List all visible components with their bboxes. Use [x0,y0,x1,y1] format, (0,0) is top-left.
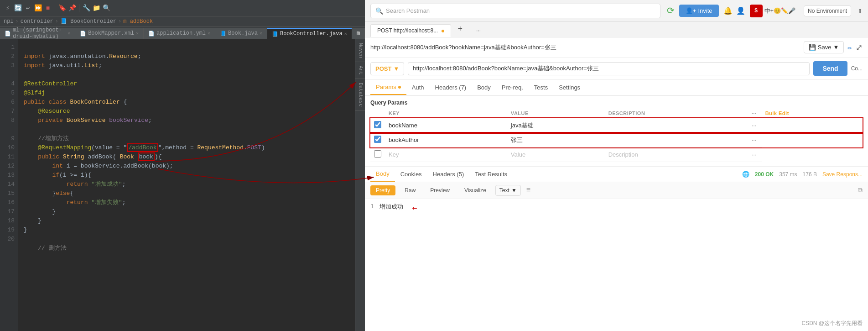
tab-bookmapper[interactable]: 📄 BookMapper.xml ✕ [75,28,144,39]
response-status: 🌐 200 OK 357 ms 176 B Save Respons... [742,171,863,178]
save-button[interactable]: 💾 Save ▼ [804,41,844,53]
value-header: VALUE [507,109,605,118]
maven-tab[interactable]: Maven [355,39,365,62]
bulk-edit-header[interactable]: Bulk Edit [762,109,863,118]
format-pretty[interactable]: Pretty [370,185,395,195]
row1-checkbox[interactable] [374,121,381,128]
nav-params[interactable]: Params [370,80,406,95]
nav-tests[interactable]: Tests [529,80,553,95]
description-header: DESCRIPTION [605,109,748,118]
back-icon[interactable]: ↩ [24,4,32,12]
table-row: bookAuthor 张三 ··· [370,133,863,147]
globe-icon: 🌐 [742,171,749,178]
format-preview[interactable]: Preview [425,185,455,195]
request-tabs: POST http://localhost:8... + ··· [365,22,868,37]
row2-more[interactable]: ··· [748,133,762,147]
format-options-icon[interactable]: ≡ [526,186,531,194]
unsaved-indicator [442,30,444,32]
method-selector[interactable]: POST ▼ [370,62,404,75]
row3-checkbox[interactable] [374,150,381,158]
params-dot [398,86,401,89]
response-navigation: Body Cookies Headers (5) Test Results 🌐 … [365,167,868,182]
build-icon[interactable]: ⚡ [4,4,12,12]
row3-desc: Description [605,147,748,162]
database-tab[interactable]: Database [355,79,365,111]
save-response-button[interactable]: Save Respons... [822,171,863,178]
nav-prereq[interactable]: Pre-req. [496,80,529,95]
format-raw[interactable]: Raw [399,185,421,195]
tab-m[interactable]: m [352,28,365,39]
response-section: Body Cookies Headers (5) Test Results 🌐 … [365,166,868,331]
tab-book[interactable]: 📘 Book.java ✕ [215,28,267,39]
row2-key[interactable]: bookAuthor [385,133,507,147]
forward-dropdown-icon[interactable]: ⏩ [34,4,42,12]
row3-key[interactable]: Key [385,147,507,162]
row1-key[interactable]: bookName [385,118,507,133]
format-type-selector[interactable]: Text ▼ [495,185,521,196]
params-table: KEY VALUE DESCRIPTION ··· Bulk Edit book… [370,109,863,162]
folder-icon[interactable]: 📁 [92,4,100,12]
resp-nav-body[interactable]: Body [370,167,395,182]
up-icon[interactable]: ⬆ [858,6,863,16]
add-tab-button[interactable]: + [451,21,470,37]
breadcrumb-controller: controller [21,18,53,25]
row3-value[interactable]: Value [507,147,605,162]
line-number-1: 1 [370,203,374,327]
nav-auth[interactable]: Auth [406,80,430,95]
status-time: 357 ms [779,171,797,178]
ide-toolbar: ⚡ 🔄 ↩ ⏩ ■ 🔖 📌 🔧 📁 🔍 [0,0,365,16]
more-tabs-button[interactable]: ··· [469,24,488,37]
request-tab-post[interactable]: POST http://localhost:8... [370,24,451,37]
breadcrumb: npl › controller › 📘 BookController › m … [0,16,365,26]
table-row: bookName java基础 ··· [370,118,863,133]
person-icon[interactable]: 👤 [736,6,745,16]
url-input[interactable] [408,62,810,75]
more-header: ··· [748,109,762,118]
stop-icon[interactable]: ■ [44,4,52,12]
nav-settings[interactable]: Settings [553,80,586,95]
send-button[interactable]: Send [813,61,847,76]
url-display-text: http://localhost:8080/addBook?bookName=j… [370,43,800,52]
search-input[interactable]: 🔍 Search Postman [370,4,660,18]
row1-value[interactable]: java基础 [507,118,605,133]
wrench-icon[interactable]: 🔧 [82,4,90,12]
csdn-toolbar: S 中+😊✏️🎤 [750,5,796,17]
resp-nav-cookies[interactable]: Cookies [395,167,427,181]
ant-tab[interactable]: Ant [355,62,365,79]
query-params-section: Query Params KEY VALUE DESCRIPTION ··· B… [365,96,868,166]
edit-icon[interactable]: ✏ [847,43,852,52]
tab-application[interactable]: 📄 application.yml ✕ [144,28,215,39]
row2-checkbox[interactable] [374,136,381,143]
status-ok: 200 OK [755,171,774,178]
bookmark-icon[interactable]: 🔖 [58,4,66,12]
table-row: Key Value Description ··· [370,147,863,162]
resp-nav-headers[interactable]: Headers (5) [427,167,470,181]
save-icon: 💾 [809,44,816,51]
expand-icon[interactable]: ⤢ [856,42,863,53]
row2-value[interactable]: 张三 [507,133,605,147]
tab-bookcontroller[interactable]: 📘 BookController.java ✕ [267,28,352,39]
format-visualize[interactable]: Visualize [459,185,492,195]
breadcrumb-method: m addBook [123,18,153,25]
bell-icon[interactable]: 🔔 [723,6,733,16]
check-header [370,109,385,118]
search-icon[interactable]: 🔍 [102,4,110,12]
csdn-text: 中+😊✏️🎤 [764,7,796,15]
row1-desc [605,118,748,133]
rerun-icon[interactable]: 🔄 [14,4,22,12]
response-body: 1 增加成功 ← [365,199,868,331]
resp-nav-test-results[interactable]: Test Results [469,167,513,181]
row3-more[interactable]: ··· [748,147,762,162]
row2-desc [605,133,748,147]
tab-springboot[interactable]: 📄 ml (springboot-druid-mybatis) ✕ [0,28,75,39]
code-editor[interactable]: import javax.annotation.Resource; import… [18,39,355,331]
format-dropdown-icon: ▼ [511,187,517,194]
invite-button[interactable]: 👤+ Invite [679,5,719,17]
copy-icon[interactable]: ⧉ [858,187,863,194]
user-plus-icon: 👤+ [686,7,696,14]
nav-body[interactable]: Body [472,80,496,95]
nav-headers[interactable]: Headers (7) [430,80,472,95]
bookmark2-icon[interactable]: 📌 [68,4,76,12]
row1-more[interactable]: ··· [748,118,762,133]
environment-selector[interactable]: No Environment [804,5,851,16]
